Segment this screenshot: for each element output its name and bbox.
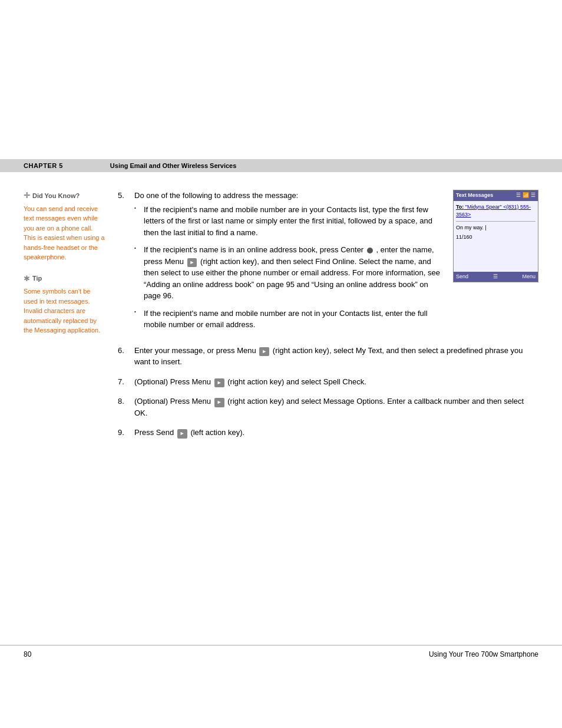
- step-7: 7. (Optional) Press Menu ► (right action…: [118, 376, 538, 388]
- menu-icon-step8: ►: [214, 398, 224, 407]
- page-number: 80: [24, 650, 31, 658]
- main-body: 5. Do one of the following to address th…: [118, 190, 538, 447]
- bullet-1: • If the recipient's name and mobile num…: [134, 204, 441, 239]
- phone-header-title: Text Messages: [456, 192, 493, 200]
- phone-footer-icon: ☰: [493, 273, 498, 281]
- did-you-know-section: ✛ Did You Know? You can send and receive…: [24, 190, 106, 262]
- step-8-number: 8.: [118, 396, 134, 419]
- menu-icon-inline: ►: [187, 258, 197, 268]
- content-area: ✛ Did You Know? You can send and receive…: [0, 172, 562, 470]
- tip-text: Some symbols can't be used in text messa…: [24, 286, 106, 335]
- phone-header: Text Messages ☰ 📶 ☰: [454, 190, 538, 201]
- bullet-dot-2: •: [134, 245, 144, 302]
- phone-screenshot: Text Messages ☰ 📶 ☰ To:: [453, 190, 538, 282]
- step-5-intro: Do one of the following to address the m…: [134, 190, 441, 337]
- bullet-1-text: If the recipient's name and mobile numbe…: [144, 204, 441, 239]
- step-list: 5. Do one of the following to address th…: [118, 190, 538, 439]
- step-9-number: 9.: [118, 427, 134, 439]
- step-8-content: (Optional) Press Menu ► (right action ke…: [134, 396, 538, 419]
- phone-footer: Send ☰ Menu: [454, 272, 538, 282]
- menu-icon-step9: ►: [177, 429, 187, 439]
- plus-icon: ✛: [24, 190, 30, 202]
- step-5-top-row: Do one of the following to address the m…: [134, 190, 538, 337]
- menu-icon-step6: ►: [259, 347, 269, 357]
- phone-count: 11/160: [456, 233, 535, 242]
- did-you-know-text: You can send and receive text messages e…: [24, 204, 106, 262]
- phone-to-label: To:: [456, 204, 464, 210]
- phone-header-icons: ☰ 📶 ☰: [516, 192, 535, 200]
- chapter-title: Using Email and Other Wireless Services: [110, 162, 237, 169]
- star-icon: ✱: [24, 273, 30, 285]
- bullet-dot-1: •: [134, 205, 144, 239]
- step-5-content: Do one of the following to address the m…: [134, 190, 538, 337]
- sidebar: ✛ Did You Know? You can send and receive…: [24, 190, 106, 447]
- step-8: 8. (Optional) Press Menu ► (right action…: [118, 396, 538, 419]
- phone-to-value: "Midyna Spear" <(831) 555-3563>: [456, 204, 531, 218]
- phone-send-btn[interactable]: Send: [456, 273, 468, 281]
- phone-icon-3: ☰: [531, 192, 535, 200]
- center-button-icon: [367, 248, 373, 253]
- phone-menu-btn[interactable]: Menu: [522, 273, 535, 281]
- step-6: 6. Enter your message, or press Menu ► (…: [118, 345, 538, 368]
- phone-message: On my way. |: [456, 224, 535, 232]
- step-5-number: 5.: [118, 190, 134, 337]
- page-footer: 80 Using Your Treo 700w Smartphone: [0, 645, 562, 663]
- step-9-content: Press Send ► (left action key).: [134, 427, 538, 439]
- step-9: 9. Press Send ► (left action key).: [118, 427, 538, 439]
- did-you-know-heading: Did You Know?: [32, 191, 80, 201]
- chapter-header: CHAPTER 5 Using Email and Other Wireless…: [0, 159, 562, 172]
- tip-header: ✱ Tip: [24, 273, 106, 285]
- menu-icon-step7: ►: [214, 378, 224, 388]
- page-wrapper: CHAPTER 5 Using Email and Other Wireless…: [0, 159, 562, 728]
- bullet-dot-3: •: [134, 308, 144, 331]
- tip-heading: Tip: [32, 274, 42, 284]
- chapter-label: CHAPTER 5: [24, 162, 63, 169]
- bullet-3-text: If the recipient's name and mobile numbe…: [144, 308, 441, 331]
- phone-icon-2: 📶: [523, 192, 529, 200]
- phone-icon-1: ☰: [516, 192, 521, 200]
- step-7-number: 7.: [118, 376, 134, 388]
- phone-body: To: "Midyna Spear" <(831) 555-3563> On m…: [454, 201, 538, 272]
- did-you-know-header: ✛ Did You Know?: [24, 190, 106, 202]
- bullet-3: • If the recipient's name and mobile num…: [134, 308, 441, 331]
- footer-title: Using Your Treo 700w Smartphone: [429, 650, 538, 658]
- step-6-content: Enter your message, or press Menu ► (rig…: [134, 345, 538, 368]
- bullet-2-text: If the recipient's name is in an online …: [144, 244, 441, 302]
- tip-section: ✱ Tip Some symbols can't be used in text…: [24, 273, 106, 335]
- bullet-list: • If the recipient's name and mobile num…: [134, 204, 441, 331]
- step-5: 5. Do one of the following to address th…: [118, 190, 538, 337]
- bullet-2: • If the recipient's name is in an onlin…: [134, 244, 441, 302]
- step-6-number: 6.: [118, 345, 134, 368]
- step-7-content: (Optional) Press Menu ► (right action ke…: [134, 376, 538, 388]
- phone-to-field: To: "Midyna Spear" <(831) 555-3563>: [456, 203, 535, 222]
